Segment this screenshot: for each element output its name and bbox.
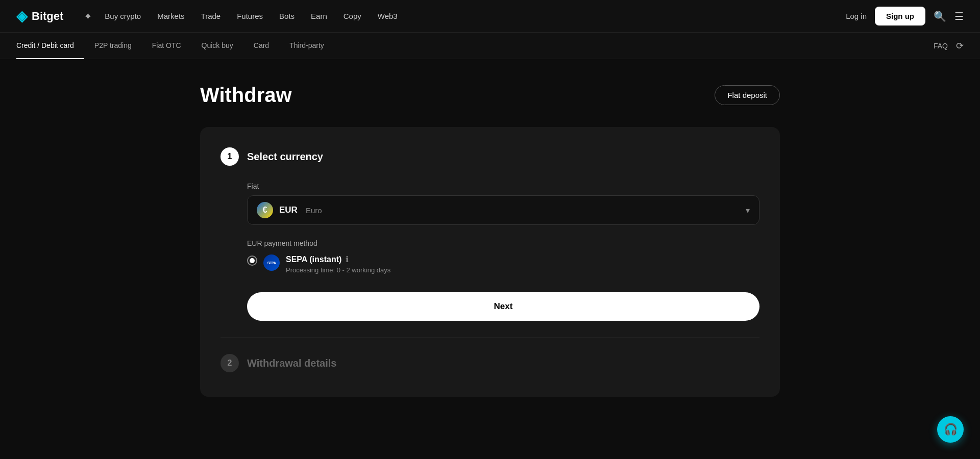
faq-link[interactable]: FAQ — [934, 42, 948, 50]
fiat-label: Fiat — [247, 182, 760, 190]
flat-deposit-button[interactable]: Flat deposit — [715, 85, 780, 105]
sepa-radio[interactable] — [247, 256, 257, 266]
next-button[interactable]: Next — [247, 292, 760, 321]
currency-code: EUR — [279, 205, 298, 215]
chat-support-button[interactable]: 🎧 — [937, 416, 964, 443]
payment-name: SEPA (instant) — [286, 255, 341, 264]
nav-link-trade[interactable]: Trade — [201, 12, 221, 20]
logo-icon: ◈ — [16, 8, 28, 24]
logo-text: Bitget — [32, 10, 63, 23]
nav-link-earn[interactable]: Earn — [311, 12, 327, 20]
sepa-icon: SEPA — [263, 254, 280, 271]
payment-method-row: SEPA SEPA (instant) ℹ Processing time: 0… — [247, 254, 760, 274]
step2-section: 2 Withdrawal details — [220, 337, 760, 372]
step2-number: 2 — [220, 354, 239, 372]
step2-header: 2 Withdrawal details — [220, 354, 760, 372]
logo[interactable]: ◈ Bitget — [16, 8, 63, 24]
signup-button[interactable]: Sign up — [875, 7, 925, 26]
nav-link-buy-crypto[interactable]: Buy crypto — [105, 12, 141, 20]
info-icon[interactable]: ℹ — [346, 254, 349, 264]
subnav-quick-buy[interactable]: Quick buy — [191, 33, 243, 59]
payment-method-label: EUR payment method — [247, 239, 760, 247]
headset-icon: 🎧 — [944, 423, 958, 436]
nav-link-bots[interactable]: Bots — [279, 12, 295, 20]
subnav-p2p[interactable]: P2P trading — [84, 33, 142, 59]
payment-info: SEPA (instant) ℹ Processing time: 0 - 2 … — [286, 254, 390, 274]
chevron-down-icon: ▾ — [746, 206, 750, 215]
nav-link-futures[interactable]: Futures — [237, 12, 263, 20]
sub-nav-right: FAQ ⟳ — [934, 40, 964, 52]
nav-links: Buy crypto Markets Trade Futures Bots Ea… — [105, 12, 846, 20]
nav-link-copy[interactable]: Copy — [344, 12, 361, 20]
radio-selected-indicator — [250, 258, 255, 263]
main-content: Withdraw Flat deposit 1 Select currency … — [184, 59, 796, 421]
withdraw-card: 1 Select currency Fiat € EUR Euro ▾ EUR … — [200, 127, 780, 397]
nav-link-web3[interactable]: Web3 — [378, 12, 398, 20]
payment-name-row: SEPA (instant) ℹ — [286, 254, 390, 264]
currency-dropdown[interactable]: € EUR Euro ▾ — [247, 195, 760, 225]
eur-currency-icon: € — [257, 202, 273, 218]
sub-nav-links: Credit / Debit card P2P trading Fiat OTC… — [16, 33, 934, 59]
step1-header: 1 Select currency — [220, 147, 760, 166]
step2-title: Withdrawal details — [247, 358, 336, 369]
processing-time: Processing time: 0 - 2 working days — [286, 266, 390, 274]
subnav-credit-debit[interactable]: Credit / Debit card — [16, 33, 84, 59]
login-button[interactable]: Log in — [846, 12, 867, 20]
history-icon[interactable]: ⟳ — [956, 40, 964, 52]
search-icon[interactable]: 🔍 — [934, 10, 946, 22]
page-title: Withdraw — [200, 84, 292, 107]
star-icon: ✦ — [84, 10, 92, 22]
menu-icon[interactable]: ☰ — [954, 10, 964, 22]
step1-number: 1 — [220, 147, 239, 166]
page-header: Withdraw Flat deposit — [200, 84, 780, 107]
nav-link-markets[interactable]: Markets — [157, 12, 184, 20]
subnav-fiat-otc[interactable]: Fiat OTC — [142, 33, 191, 59]
step1-form: Fiat € EUR Euro ▾ EUR payment method SEP… — [247, 182, 760, 321]
sub-navigation: Credit / Debit card P2P trading Fiat OTC… — [0, 33, 980, 59]
step1-title: Select currency — [247, 151, 323, 163]
nav-actions: Log in Sign up 🔍 ☰ — [846, 7, 964, 26]
subnav-card[interactable]: Card — [243, 33, 279, 59]
currency-name: Euro — [306, 206, 322, 215]
subnav-third-party[interactable]: Third-party — [279, 33, 334, 59]
top-navigation: ◈ Bitget ✦ Buy crypto Markets Trade Futu… — [0, 0, 980, 33]
